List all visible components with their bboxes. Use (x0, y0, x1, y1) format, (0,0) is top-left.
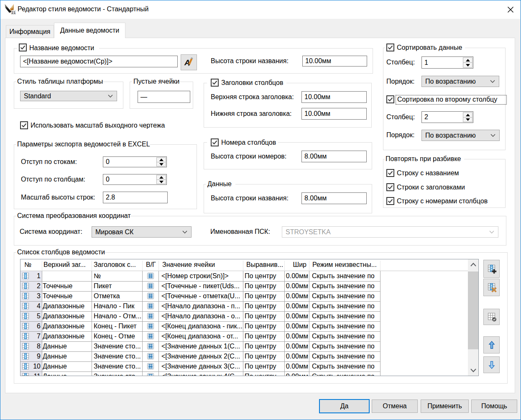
svg-text:21: 21 (11, 10, 15, 15)
